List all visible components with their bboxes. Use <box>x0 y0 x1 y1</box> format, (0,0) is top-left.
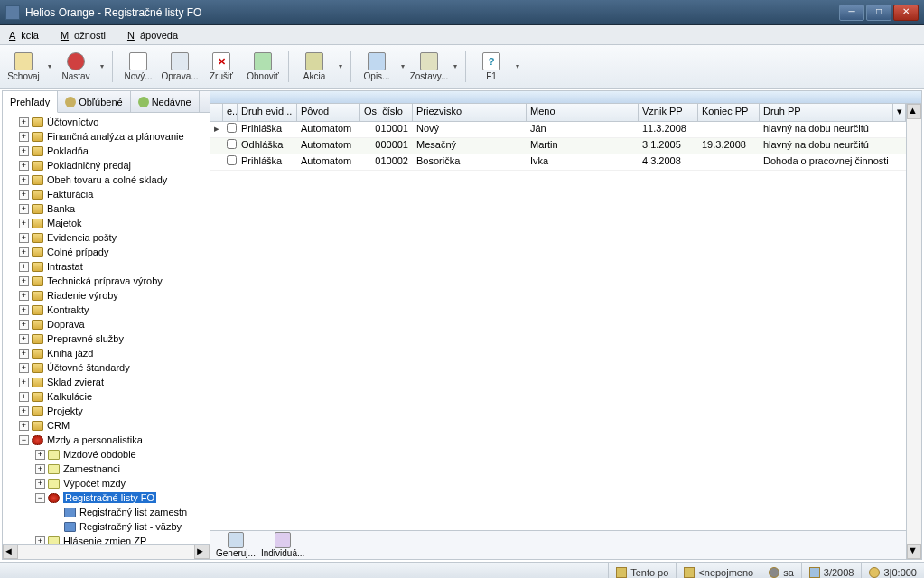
tree-fakt[interactable]: +Fakturácia <box>3 187 210 201</box>
tree-doprava[interactable]: +Doprava <box>3 317 210 331</box>
tb-zostavy-drop[interactable] <box>451 48 460 86</box>
tb-akcia[interactable]: Akcia <box>294 48 334 86</box>
tree-riadenie[interactable]: +Riadenie výroby <box>3 288 210 303</box>
btn-generuj[interactable]: Generuj... <box>216 532 256 558</box>
tb-nastav-drop[interactable] <box>98 48 107 86</box>
tb-novy[interactable]: Nový... <box>118 48 158 86</box>
tree-tpv[interactable]: +Technická príprava výroby <box>3 274 210 288</box>
maximize-button[interactable]: □ <box>866 5 891 21</box>
tree-kniha[interactable]: +Kniha jázd <box>3 346 210 360</box>
row-checkbox[interactable] <box>227 139 237 149</box>
tb-f1[interactable]: ?F1 <box>471 48 511 86</box>
tree-reg-fo[interactable]: −Registračné listy FO <box>3 490 210 505</box>
tb-schovaj[interactable]: Schovaj <box>4 48 43 86</box>
window-title: Helios Orange - Registračné listy FO <box>25 6 839 19</box>
col-meno[interactable]: Meno <box>527 104 639 121</box>
folder-icon <box>32 363 43 373</box>
folder-icon <box>32 262 43 272</box>
col-koniec[interactable]: Koniec PP <box>698 104 760 121</box>
tree-mzdy[interactable]: −Mzdy a personalistika <box>3 433 210 447</box>
tree-obeh[interactable]: +Obeh tovaru a colné sklady <box>3 172 210 187</box>
edit-icon <box>171 52 189 70</box>
menu-akcia[interactable]: Akcia <box>4 28 50 42</box>
folder-icon <box>32 161 43 171</box>
close-button[interactable]: ✕ <box>893 5 919 21</box>
folder-icon <box>32 406 43 416</box>
tree-banka[interactable]: +Banka <box>3 201 210 216</box>
nav-tree[interactable]: +Účtovníctvo +Finančná analýza a plánova… <box>3 113 210 544</box>
col-marker[interactable] <box>210 104 223 121</box>
user-icon <box>769 567 779 578</box>
grid-vscroll[interactable]: ▲▼ <box>906 104 921 559</box>
col-druh-evid[interactable]: Druh evid... <box>238 104 297 121</box>
table-row[interactable]: OdhláškaAutomatom000001MesačnýMartin3.1.… <box>210 138 906 154</box>
tree-zamestnanci[interactable]: +Zamestnanci <box>3 461 210 476</box>
calendar-icon <box>809 567 820 578</box>
tb-oprava[interactable]: Oprava... <box>160 48 200 86</box>
status-period: 3/2008 <box>801 563 862 578</box>
minimize-button[interactable]: ─ <box>839 5 864 21</box>
tree-mzdove[interactable]: +Mzdové obdobie <box>3 447 210 461</box>
tb-nastav[interactable]: Nastav <box>56 48 96 86</box>
tree-reg-zam[interactable]: Registračný list zamestn <box>3 505 210 519</box>
tb-schovaj-drop[interactable] <box>45 48 54 86</box>
tab-oblubene[interactable]: Obľúbené <box>58 91 130 112</box>
tb-akcia-drop[interactable] <box>336 48 345 86</box>
tree-pp[interactable]: +Pokladničný predaj <box>3 158 210 172</box>
col-druh-pp[interactable]: Druh PP <box>760 104 893 121</box>
tb-zostavy[interactable]: Zostavy... <box>409 48 449 86</box>
print-icon <box>368 52 386 70</box>
sheet-icon <box>48 536 60 545</box>
tree-vypocet[interactable]: +Výpočet mzdy <box>3 476 210 490</box>
tb-opis-drop[interactable] <box>398 48 407 86</box>
tree-evidencia[interactable]: +Evidencia pošty <box>3 230 210 245</box>
tb-obnovit[interactable]: Obnoviť <box>243 48 283 86</box>
tb-opis[interactable]: Opis... <box>357 48 397 86</box>
tree-reg-vazby[interactable]: Registračný list - väzby <box>3 519 210 534</box>
tree-uctovnictvo[interactable]: +Účtovníctvo <box>3 115 210 129</box>
tree-prepravne[interactable]: +Prepravné služby <box>3 331 210 346</box>
status-sa: sa <box>761 563 801 578</box>
menu-napoveda[interactable]: Nápoveda <box>122 28 189 42</box>
tree-standardy[interactable]: +Účtovné štandardy <box>3 360 210 375</box>
folder-icon <box>32 190 43 200</box>
individual-icon <box>275 532 291 548</box>
menu-moznosti[interactable]: Možnosti <box>55 28 117 42</box>
grid-area: e.. Druh evid... Pôvod Os. číslo Priezvi… <box>210 91 921 559</box>
tree-intrastat[interactable]: +Intrastat <box>3 259 210 274</box>
tree-fap[interactable]: +Finančná analýza a plánovanie <box>3 129 210 144</box>
tree-majetok[interactable]: +Majetok <box>3 216 210 230</box>
btn-individ[interactable]: Individuá... <box>261 532 304 558</box>
col-povod[interactable]: Pôvod <box>297 104 360 121</box>
table-row[interactable]: ▸PrihláškaAutomatom010001NovýJán11.3.200… <box>210 122 906 138</box>
sidebar: Prehľady Obľúbené Nedávne +Účtovníctvo +… <box>3 91 210 559</box>
tree-hlasenie[interactable]: +Hlásenie zmien ZP <box>3 534 210 544</box>
tab-nedavne[interactable]: Nedávne <box>131 91 200 112</box>
sidebar-hscroll[interactable]: ◄► <box>3 544 210 559</box>
tree-projekty[interactable]: +Projekty <box>3 404 210 418</box>
col-menu-icon[interactable]: ▾ <box>893 104 906 121</box>
tree-sklad[interactable]: +Sklad zvierat <box>3 375 210 389</box>
toolbar: Schovaj Nastav Nový... Oprava... ✕Zrušiť… <box>0 45 924 89</box>
grid-groupbar[interactable] <box>210 91 921 104</box>
db-icon <box>684 567 695 578</box>
main-area: Prehľady Obľúbené Nedávne +Účtovníctvo +… <box>2 90 922 560</box>
col-vznik[interactable]: Vznik PP <box>639 104 698 121</box>
tb-zrusit[interactable]: ✕Zrušiť <box>201 48 241 86</box>
tree-crm[interactable]: +CRM <box>3 418 210 433</box>
tab-prehlady[interactable]: Prehľady <box>3 91 58 113</box>
tb-f1-drop[interactable] <box>513 48 522 86</box>
col-os-cislo[interactable]: Os. číslo <box>360 104 413 121</box>
new-icon <box>129 52 147 70</box>
row-checkbox[interactable] <box>227 155 237 165</box>
table-row[interactable]: PrihláškaAutomatom010002BosoričkaIvka4.3… <box>210 154 906 171</box>
tree-kalk[interactable]: +Kalkulácie <box>3 389 210 404</box>
tree-colne[interactable]: +Colné prípady <box>3 245 210 259</box>
col-priezvisko[interactable]: Priezvisko <box>413 104 527 121</box>
row-checkbox[interactable] <box>227 123 237 133</box>
folder-icon <box>32 276 43 286</box>
grid-body[interactable]: ▸PrihláškaAutomatom010001NovýJán11.3.200… <box>210 122 906 530</box>
col-e[interactable]: e.. <box>223 104 238 121</box>
tree-kontrakty[interactable]: +Kontrakty <box>3 303 210 317</box>
tree-pokladna[interactable]: +Pokladňa <box>3 144 210 158</box>
